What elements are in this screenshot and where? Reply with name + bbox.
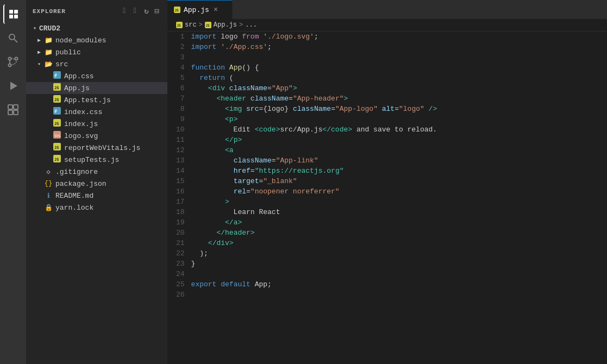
svg-text:SVG: SVG — [54, 134, 60, 137]
collapse-icon[interactable]: ⊟ — [154, 5, 161, 17]
sidebar-title: EXPLORER — [33, 8, 66, 15]
tree-item-app-css[interactable]: # App.css — [26, 70, 167, 82]
search-icon[interactable] — [3, 28, 23, 48]
svg-rect-12 — [14, 105, 18, 109]
code-line-2: import './App.css'; — [191, 42, 596, 52]
svg-text:JS: JS — [205, 23, 210, 27]
activity-bar — [0, 0, 26, 364]
code-line-7: <header className="App-header"> — [191, 93, 596, 104]
extensions-icon[interactable] — [3, 100, 23, 120]
tree-item-public[interactable]: ▶ 📁 public — [26, 46, 167, 58]
tree-item-index-css[interactable]: # index.css — [26, 106, 167, 118]
code-line-23: } — [191, 259, 596, 269]
new-file-icon[interactable]:  — [122, 5, 129, 17]
code-line-19: </a> — [191, 217, 596, 228]
tree-item-readme[interactable]: ℹ README.md — [26, 190, 167, 202]
sidebar-header: EXPLORER   ↻ ⊟ — [26, 0, 167, 22]
svg-text:JS: JS — [54, 122, 59, 126]
file-label: src — [55, 60, 68, 68]
svg-text:JS: JS — [177, 23, 182, 27]
breadcrumb-js-icon: JS — [176, 22, 183, 28]
svg-point-6 — [9, 58, 11, 60]
code-line-21: </div> — [191, 238, 596, 248]
svg-text:JS: JS — [54, 98, 59, 102]
run-debug-icon[interactable] — [3, 76, 23, 96]
breadcrumb-src: src — [185, 21, 197, 29]
code-line-18: Learn React — [191, 207, 596, 217]
file-label: node_modules — [55, 36, 107, 45]
svg-point-4 — [9, 34, 15, 40]
new-folder-icon[interactable]:  — [133, 5, 140, 17]
svg-marker-10 — [11, 83, 16, 89]
sidebar: EXPLORER   ↻ ⊟ ▾ CRUD2 ▶ 📁 node_module… — [26, 0, 167, 364]
code-line-11: </p> — [191, 135, 596, 145]
tree-item-app-test-js[interactable]: JS App.test.js — [26, 94, 167, 106]
file-label: index.js — [64, 120, 98, 128]
code-line-16: rel="noopener noreferrer" — [191, 186, 596, 197]
root-label: CRUD2 — [39, 24, 60, 33]
svg-text:JS: JS — [54, 86, 59, 90]
code-line-14: href="https://reactjs.org" — [191, 166, 596, 176]
tree-item-src[interactable]: ▾ 📂 src — [26, 58, 167, 70]
code-line-8: <img src={logo} className="App-logo" alt… — [191, 104, 596, 114]
svg-line-5 — [14, 39, 17, 42]
code-line-5: return ( — [191, 73, 596, 83]
file-label: App.js — [64, 84, 90, 92]
code-line-25: export default App; — [191, 279, 596, 290]
tree-item-logo-svg[interactable]: SVG logo.svg — [26, 130, 167, 142]
tab-app-js[interactable]: JS App.js × — [167, 0, 233, 19]
tree-item-reportwebvitals[interactable]: JS reportWebVitals.js — [26, 142, 167, 154]
svg-rect-14 — [14, 110, 18, 115]
code-line-6: <div className="App"> — [191, 83, 596, 93]
code-line-26 — [191, 290, 596, 300]
tree-item-app-js[interactable]: JS App.js — [26, 82, 167, 94]
code-line-20: </header> — [191, 228, 596, 238]
file-label: App.css — [64, 72, 94, 80]
tab-close-button[interactable]: × — [212, 4, 219, 15]
editor-area: JS App.js × JS src > JS App.js > ... 1 2… — [167, 0, 607, 364]
code-line-10: Edit <code>src/App.js</code> and save to… — [191, 124, 596, 135]
explorer-icon[interactable] — [3, 4, 23, 24]
tree-item-index-js[interactable]: JS index.js — [26, 118, 167, 130]
svg-text:#: # — [54, 73, 57, 78]
code-line-24 — [191, 269, 596, 279]
tree-item-yarn-lock[interactable]: 🔒 yarn.lock — [26, 202, 167, 214]
code-line-13: className="App-link" — [191, 155, 596, 166]
sidebar-header-icons:   ↻ ⊟ — [122, 5, 161, 17]
breadcrumb-dots: ... — [245, 21, 257, 29]
code-editor[interactable]: 1 2 3 4 5 6 7 8 9 10 11 12 13 14 15 16 1… — [167, 32, 607, 364]
file-label: public — [55, 48, 81, 57]
file-label: App.test.js — [64, 96, 111, 104]
line-numbers: 1 2 3 4 5 6 7 8 9 10 11 12 13 14 15 16 1… — [167, 32, 191, 364]
code-line-22: ); — [191, 248, 596, 259]
breadcrumb-appjs: App.js — [214, 21, 237, 29]
svg-text:JS: JS — [54, 146, 59, 150]
code-line-17: > — [191, 197, 596, 207]
svg-rect-11 — [8, 105, 12, 109]
svg-rect-1 — [14, 10, 18, 14]
refresh-icon[interactable]: ↻ — [143, 5, 150, 17]
svg-rect-0 — [9, 10, 13, 14]
file-label: package.json — [55, 180, 107, 188]
tree-root-crud2[interactable]: ▾ CRUD2 — [26, 22, 167, 34]
svg-rect-13 — [8, 110, 12, 115]
file-label: .gitignore — [55, 168, 98, 176]
file-label: logo.svg — [64, 132, 98, 140]
tab-label: App.js — [184, 6, 209, 14]
code-line-4: function App() { — [191, 62, 596, 73]
code-line-12: <a — [191, 145, 596, 155]
tree-item-node-modules[interactable]: ▶ 📁 node_modules — [26, 34, 167, 46]
tab-bar: JS App.js × — [167, 0, 607, 19]
svg-rect-3 — [14, 15, 18, 18]
breadcrumb-sep1: > — [199, 21, 203, 29]
svg-text:#: # — [54, 109, 57, 114]
code-lines: import logo from './logo.svg'; import '.… — [191, 32, 607, 364]
source-control-icon[interactable] — [3, 52, 23, 72]
file-tree: ▾ CRUD2 ▶ 📁 node_modules ▶ 📁 public ▾ 📂 … — [26, 22, 167, 364]
svg-text:JS: JS — [175, 8, 179, 12]
tree-item-gitignore[interactable]: ◇ .gitignore — [26, 166, 167, 178]
file-label: README.md — [55, 192, 93, 200]
file-label: yarn.lock — [55, 204, 93, 212]
tree-item-setuptests[interactable]: JS setupTests.js — [26, 154, 167, 166]
tree-item-package-json[interactable]: {} package.json — [26, 178, 167, 190]
